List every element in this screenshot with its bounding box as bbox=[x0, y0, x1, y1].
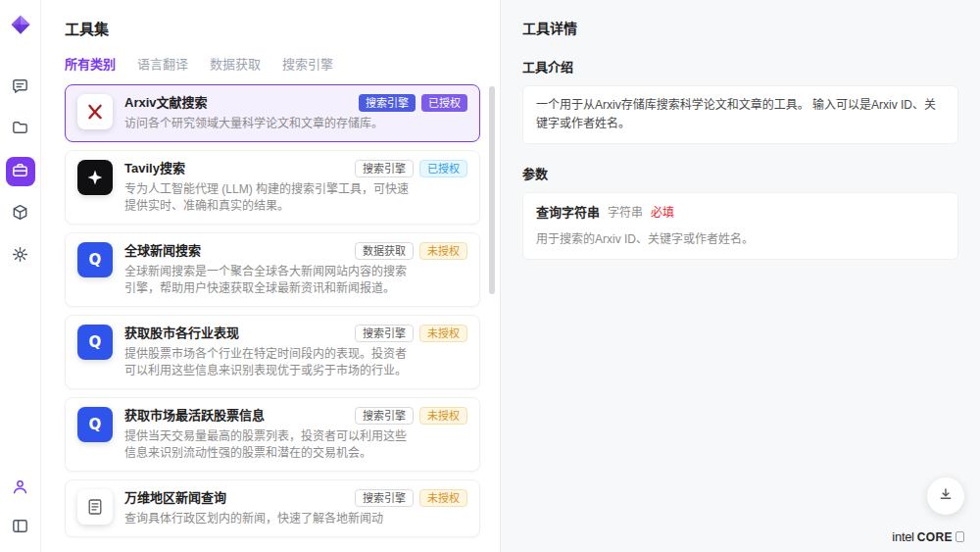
app-logo bbox=[10, 14, 31, 35]
left-rail bbox=[0, 0, 41, 552]
param-card: 查询字符串 字符串 必填 用于搜索的Arxiv ID、关键字或作者姓名。 bbox=[522, 192, 958, 260]
param-type: 字符串 bbox=[608, 204, 643, 223]
list-scrollbar[interactable] bbox=[489, 84, 495, 546]
tab-search-engine[interactable]: 搜索引擎 bbox=[282, 54, 333, 73]
tool-list-panel: 工具集 所有类别语言翻译数据获取搜索引擎 Arxiv文献搜索 访问各个研究领域大… bbox=[41, 0, 500, 552]
auth-status-badge: 未授权 bbox=[419, 489, 467, 507]
tab-translation[interactable]: 语言翻译 bbox=[137, 54, 188, 73]
sidebar-item-folder[interactable] bbox=[6, 115, 35, 144]
detail-title: 工具详情 bbox=[522, 18, 958, 37]
category-badge: 搜索引擎 bbox=[355, 160, 414, 177]
tool-card[interactable]: Tavily搜索 专为人工智能代理 (LLM) 构建的搜索引擎工具，可快速提供实… bbox=[65, 150, 480, 225]
panel-icon bbox=[11, 517, 29, 539]
core-badge-icon bbox=[956, 531, 964, 542]
param-name: 查询字符串 bbox=[536, 203, 600, 224]
tool-card[interactable]: 万维地区新闻查询 查询具体行政区划内的新闻，快速了解各地新闻动 搜索引擎 未授权 bbox=[65, 479, 480, 537]
sidebar-nav bbox=[6, 73, 35, 271]
tool-card-badges: 数据获取 未授权 bbox=[355, 242, 467, 260]
tab-all[interactable]: 所有类别 bbox=[65, 54, 116, 73]
params-section-title: 参数 bbox=[522, 164, 958, 182]
chat-icon bbox=[11, 76, 29, 99]
intel-wordmark: intel bbox=[892, 529, 913, 544]
tool-card[interactable]: Q 获取股市各行业表现 提供股票市场各个行业在特定时间段内的表现。投资者可以利用… bbox=[65, 315, 480, 389]
tavily-icon bbox=[77, 160, 113, 195]
tool-card-badges: 搜索引擎 未授权 bbox=[355, 407, 467, 425]
tool-card-description: 专为人工智能代理 (LLM) 构建的搜索引擎工具，可快速提供实时、准确和真实的结… bbox=[124, 181, 411, 215]
sidebar-item-plugins[interactable] bbox=[6, 199, 35, 228]
auth-status-badge: 未授权 bbox=[419, 325, 467, 342]
sidebar-item-settings[interactable] bbox=[6, 241, 35, 271]
category-badge: 数据获取 bbox=[355, 242, 414, 260]
sidebar-item-collapse[interactable] bbox=[6, 513, 35, 542]
category-tabs: 所有类别语言翻译数据获取搜索引擎 bbox=[65, 54, 476, 73]
sidebar-item-profile[interactable] bbox=[6, 474, 35, 503]
tool-card-description: 提供当天交易量最高的股票列表，投资者可以利用这些信息来识别流动性强的股票和潜在的… bbox=[124, 428, 411, 462]
category-badge: 搜索引擎 bbox=[359, 94, 416, 112]
folder-icon bbox=[11, 119, 29, 141]
scrollbar-thumb[interactable] bbox=[489, 86, 495, 294]
tool-card-badges: 搜索引擎 未授权 bbox=[355, 489, 467, 507]
tool-card[interactable]: Arxiv文献搜索 访问各个研究领域大量科学论文和文章的存储库。 搜索引擎 已授… bbox=[65, 84, 480, 142]
tool-card-description: 查询具体行政区划内的新闻，快速了解各地新闻动 bbox=[124, 511, 411, 527]
param-required-flag: 必填 bbox=[651, 204, 674, 223]
tool-card-badges: 搜索引擎 未授权 bbox=[355, 325, 467, 342]
tool-card-badges: 搜索引擎 已授权 bbox=[359, 94, 467, 112]
app-root: 工具集 所有类别语言翻译数据获取搜索引擎 Arxiv文献搜索 访问各个研究领域大… bbox=[0, 0, 980, 552]
category-badge: 搜索引擎 bbox=[355, 489, 414, 507]
sidebar-bottom bbox=[6, 474, 35, 542]
auth-status-badge: 未授权 bbox=[419, 242, 467, 260]
tool-detail-panel: 工具详情 工具介绍 一个用于从Arxiv存储库搜索科学论文和文章的工具。 输入可… bbox=[500, 0, 980, 552]
param-description: 用于搜索的Arxiv ID、关键字或作者姓名。 bbox=[536, 230, 945, 249]
category-badge: 搜索引擎 bbox=[355, 407, 414, 425]
download-icon bbox=[937, 485, 955, 507]
auth-status-badge: 已授权 bbox=[421, 94, 467, 112]
tool-card-description: 全球新闻搜索是一个聚合全球各大新闻网站内容的搜索引擎，帮助用户快速获取全球最新资… bbox=[124, 264, 411, 297]
tool-card-description: 提供股票市场各个行业在特定时间段内的表现。投资者可以利用这些信息来识别表现优于或… bbox=[124, 346, 411, 379]
sidebar-item-chat[interactable] bbox=[6, 73, 35, 102]
category-badge: 搜索引擎 bbox=[355, 325, 414, 342]
core-wordmark: CORE bbox=[917, 530, 953, 544]
auth-status-badge: 已授权 bbox=[419, 160, 467, 177]
param-header: 查询字符串 字符串 必填 bbox=[536, 203, 945, 224]
auth-status-badge: 未授权 bbox=[419, 407, 467, 425]
tool-card[interactable]: Q 获取市场最活跃股票信息 提供当天交易量最高的股票列表，投资者可以利用这些信息… bbox=[65, 397, 480, 472]
download-button[interactable] bbox=[927, 477, 964, 515]
qblue-icon: Q bbox=[77, 407, 113, 442]
cube-icon bbox=[11, 203, 29, 226]
tool-intro-card: 一个用于从Arxiv存储库搜索科学论文和文章的工具。 输入可以是Arxiv ID… bbox=[522, 85, 958, 144]
tool-cards-list: Arxiv文献搜索 访问各个研究领域大量科学论文和文章的存储库。 搜索引擎 已授… bbox=[41, 82, 500, 552]
qblue-icon: Q bbox=[77, 242, 113, 277]
news-icon bbox=[77, 489, 113, 525]
qblue-icon: Q bbox=[77, 325, 113, 360]
page-title: 工具集 bbox=[65, 18, 476, 38]
intel-core-logo: intel CORE bbox=[892, 529, 964, 544]
sidebar-item-tools[interactable] bbox=[6, 157, 35, 186]
tool-card-description: 访问各个研究领域大量科学论文和文章的存储库。 bbox=[124, 116, 411, 132]
arxiv-icon bbox=[77, 94, 113, 129]
tool-card-badges: 搜索引擎 已授权 bbox=[355, 160, 467, 177]
intro-section-title: 工具介绍 bbox=[522, 57, 958, 75]
tab-data-fetch[interactable]: 数据获取 bbox=[210, 54, 261, 73]
tool-card[interactable]: Q 全球新闻搜索 全球新闻搜索是一个聚合全球各大新闻网站内容的搜索引擎，帮助用户… bbox=[65, 232, 480, 307]
gear-icon bbox=[11, 245, 29, 268]
person-icon bbox=[11, 477, 29, 500]
briefcase-icon bbox=[11, 161, 29, 183]
